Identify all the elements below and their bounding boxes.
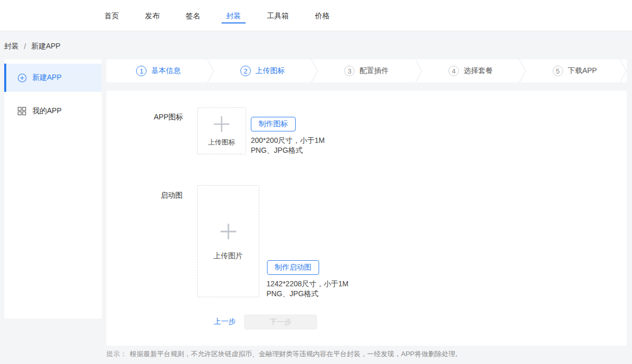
footer-notice-prefix: 提示： (106, 350, 127, 358)
step-chevron-icon (519, 59, 526, 82)
upload-plus-icon (219, 222, 238, 241)
splash-label: 启动图 (161, 191, 183, 200)
next-step-button[interactable]: 下一步 (244, 314, 317, 330)
sidebar-item-new-app[interactable]: 新建APP (4, 64, 102, 92)
upload-box-label: 上传图标 (208, 138, 235, 147)
nav-item-package[interactable]: 封装 (226, 0, 241, 31)
step-number-badge: 5 (553, 66, 563, 76)
sidebar-item-my-app[interactable]: 我的APP (4, 97, 102, 125)
previous-step-link[interactable]: 上一步 (214, 317, 236, 326)
step-label: 配置插件 (359, 66, 388, 76)
plus-circle-icon (17, 73, 27, 82)
app-icon-label: APP图标 (154, 113, 183, 122)
sidebar-item-label: 我的APP (32, 106, 62, 116)
splash-hint: 1242*2208尺寸，小于1M PNG、JPG格式 (266, 279, 348, 299)
hint-format-line: PNG、JPG格式 (251, 145, 325, 155)
sidebar: 新建APP 我的APP (4, 59, 102, 319)
breadcrumb-section[interactable]: 封装 (4, 42, 19, 51)
upload-box-label: 上传图片 (214, 251, 243, 261)
step-number-badge: 3 (344, 66, 355, 76)
nav-item-publish[interactable]: 发布 (145, 0, 160, 31)
upload-plus-icon (212, 115, 231, 134)
grid-icon (17, 106, 27, 116)
nav-item-toolbox[interactable]: 工具箱 (267, 0, 289, 31)
nav-item-home[interactable]: 首页 (104, 0, 119, 31)
step-1-basic-info[interactable]: 1 基本信息 (106, 59, 211, 82)
make-icon-button[interactable]: 制作图标 (251, 117, 296, 131)
top-header: 首页 发布 签名 封装 工具箱 价格 (0, 0, 632, 31)
make-splash-button[interactable]: 制作启动图 (267, 260, 319, 275)
nav-item-sign[interactable]: 签名 (186, 0, 200, 31)
step-chevron-icon (415, 59, 422, 82)
step-number-badge: 1 (136, 66, 147, 76)
step-5-download-app[interactable]: 5 下载APP (522, 59, 627, 82)
app-icon-upload-box[interactable]: 上传图标 (197, 107, 246, 154)
step-label: 选择套餐 (464, 66, 493, 76)
step-label: 基本信息 (151, 66, 180, 76)
step-chevron-icon (207, 59, 214, 82)
breadcrumb: 封装 / 新建APP (4, 42, 60, 51)
upload-icon-panel: APP图标 上传图标 制作图标 200*200尺寸，小于1M PNG、JPG格式… (106, 91, 627, 346)
splash-upload-box[interactable]: 上传图片 (197, 185, 259, 297)
top-nav: 首页 发布 签名 封装 工具箱 价格 (104, 0, 330, 31)
footer-notice: 提示：根据最新平台规则，不允许区块链虚拟币、金融理财类等违规内容在平台封装，一经… (106, 349, 462, 359)
step-wizard: 1 基本信息 2 上传图标 3 配置插件 4 选择套餐 5 下载APP (106, 59, 627, 82)
app-icon-hint: 200*200尺寸，小于1M PNG、JPG格式 (251, 136, 325, 155)
step-3-configure-plugins[interactable]: 3 配置插件 (314, 59, 419, 82)
step-number-badge: 2 (240, 66, 251, 76)
hint-format-line: PNG、JPG格式 (266, 289, 348, 299)
step-4-select-plan[interactable]: 4 选择套餐 (419, 59, 523, 82)
breadcrumb-separator: / (24, 42, 26, 51)
step-2-upload-icon[interactable]: 2 上传图标 (211, 59, 315, 82)
footer-notice-text: 根据最新平台规则，不允许区块链虚拟币、金融理财类等违规内容在平台封装，一经发现，… (130, 350, 462, 358)
step-number-badge: 4 (448, 66, 459, 76)
step-chevron-icon (619, 59, 627, 82)
step-label: 下载APP (568, 66, 597, 76)
hint-size-line: 1242*2208尺寸，小于1M (266, 279, 348, 289)
sidebar-item-label: 新建APP (32, 73, 62, 82)
nav-item-price[interactable]: 价格 (315, 0, 330, 31)
hint-size-line: 200*200尺寸，小于1M (251, 136, 325, 145)
breadcrumb-current: 新建APP (31, 42, 60, 51)
step-chevron-icon (311, 59, 318, 82)
step-label: 上传图标 (256, 66, 285, 76)
